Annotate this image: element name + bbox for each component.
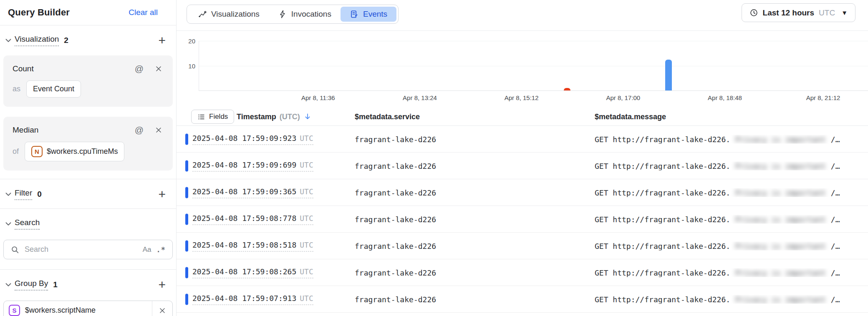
page-title: Query Builder — [8, 7, 70, 18]
group-by-field: $workers.scriptName — [25, 306, 96, 315]
timestamp-cell[interactable]: 2025-04-08 17:59:09:699UTC — [192, 160, 313, 171]
alias-icon[interactable]: @ — [135, 64, 144, 74]
filter-section-header: Filter 0 + — [0, 179, 176, 209]
events-table-body: 2025-04-08 17:59:09:923UTC fragrant-lake… — [177, 126, 868, 313]
remove-visualization-icon[interactable] — [154, 65, 163, 73]
observability-app: Query Builder Clear all Visualization 2 … — [0, 0, 868, 316]
column-header-timestamp[interactable]: Timestamp (UTC) — [237, 113, 312, 121]
tab-visualizations[interactable]: Visualizations — [189, 7, 269, 22]
sort-desc-icon[interactable] — [303, 113, 312, 121]
clear-all-button[interactable]: Clear all — [129, 8, 158, 17]
x-axis-tick: Apr 8, 17:00 — [606, 94, 640, 101]
tab-label: Events — [363, 10, 387, 19]
results-header: Visualizations Invocations Events Last 1… — [177, 0, 868, 31]
gridline — [199, 41, 868, 41]
visualization-section-header: Visualization 2 + — [0, 25, 176, 50]
service-cell: fragrant-lake-d226 — [355, 188, 436, 197]
time-range-dropdown[interactable]: Last 12 hours UTC ▼ — [742, 3, 855, 22]
group-by-row: S $workers.scriptName — [0, 301, 176, 316]
message-cell: GET http://fragrant-lake-d226.Privacy is… — [595, 135, 861, 143]
field-value-box[interactable]: N $workers.cpuTimeMs — [25, 142, 124, 161]
alias-value-box[interactable]: Event Count — [26, 80, 81, 98]
search-input[interactable] — [25, 245, 138, 254]
timestamp-cell[interactable]: 2025-04-08 17:59:08:778UTC — [192, 213, 313, 225]
caret-down-icon: ▼ — [841, 9, 848, 16]
message-cell: GET http://fragrant-lake-d226.Privacy is… — [595, 268, 861, 277]
add-filter-button[interactable]: + — [158, 190, 166, 199]
search-icon — [10, 245, 20, 254]
redacted-text: Privacy is important — [735, 215, 826, 223]
table-row[interactable]: 2025-04-08 17:59:07:913UTC fragrant-lake… — [177, 286, 868, 313]
service-cell: fragrant-lake-d226 — [355, 135, 436, 143]
x-axis-tick: Apr 8, 13:24 — [403, 94, 437, 101]
timestamp-cell[interactable]: 2025-04-08 17:59:07:913UTC — [192, 293, 313, 305]
table-row[interactable]: 2025-04-08 17:59:09:699UTC fragrant-lake… — [177, 153, 868, 179]
chart-plot[interactable]: 2010Apr 8, 11:36Apr 8, 13:24Apr 8, 15:12… — [199, 41, 868, 91]
match-case-icon[interactable]: Aa — [143, 246, 151, 254]
search-row: Aa .* — [0, 240, 176, 270]
line-chart-icon — [198, 10, 207, 19]
timestamp-cell[interactable]: 2025-04-08 17:59:08:518UTC — [192, 240, 313, 251]
ok-events-bar[interactable] — [665, 60, 672, 90]
chevron-down-icon[interactable] — [4, 280, 13, 289]
message-cell: GET http://fragrant-lake-d226.Privacy is… — [595, 295, 861, 303]
row-marker — [185, 293, 188, 305]
add-group-by-button[interactable]: + — [158, 280, 166, 289]
alias-icon[interactable]: @ — [135, 125, 144, 135]
redacted-text: Privacy is important — [735, 161, 826, 170]
group-by-section-label[interactable]: Group By — [15, 279, 48, 291]
table-row[interactable]: 2025-04-08 17:59:09:365UTC fragrant-lake… — [177, 179, 868, 206]
sidebar-header: Query Builder Clear all — [0, 0, 176, 25]
remove-visualization-icon[interactable] — [154, 126, 163, 134]
message-cell: GET http://fragrant-lake-d226.Privacy is… — [595, 188, 861, 197]
fields-button[interactable]: Fields — [191, 110, 234, 124]
chevron-down-icon[interactable] — [4, 36, 13, 45]
x-axis-tick: Apr 8, 18:48 — [708, 94, 742, 101]
column-header-message[interactable]: $metadata.message — [595, 113, 666, 121]
service-cell: fragrant-lake-d226 — [355, 295, 436, 303]
x-axis-tick: Apr 8, 21:12 — [806, 94, 840, 101]
search-section-label[interactable]: Search — [15, 218, 40, 230]
column-header-service[interactable]: $metadata.service — [355, 113, 420, 121]
alias-value: Event Count — [33, 85, 74, 93]
message-cell: GET http://fragrant-lake-d226.Privacy is… — [595, 241, 861, 250]
visualization-card-median: Median @ of N $workers.cpuTimeMs — [3, 117, 173, 171]
visualization-count: 2 — [64, 36, 68, 45]
chevron-down-icon[interactable] — [4, 219, 13, 228]
row-marker — [185, 160, 188, 171]
close-icon — [158, 306, 167, 315]
remove-group-by-button[interactable] — [152, 301, 172, 316]
group-by-section-header: Group By 1 + — [0, 270, 176, 294]
redacted-text: Privacy is important — [735, 295, 826, 303]
timestamp-cell[interactable]: 2025-04-08 17:59:09:365UTC — [192, 187, 313, 198]
tab-label: Invocations — [291, 10, 331, 19]
events-histogram: 2010Apr 8, 11:36Apr 8, 13:24Apr 8, 15:12… — [177, 31, 868, 108]
add-visualization-button[interactable]: + — [158, 36, 166, 45]
table-row[interactable]: 2025-04-08 17:59:08:518UTC fragrant-lake… — [177, 233, 868, 259]
row-marker — [185, 187, 188, 198]
timestamp-cell[interactable]: 2025-04-08 17:59:08:265UTC — [192, 267, 313, 278]
tab-invocations[interactable]: Invocations — [269, 7, 341, 22]
lightning-icon — [278, 10, 287, 19]
x-axis-tick: Apr 8, 15:12 — [505, 94, 539, 101]
redacted-text: Privacy is important — [735, 135, 826, 143]
tab-events[interactable]: Events — [341, 7, 396, 22]
visualization-section-label[interactable]: Visualization — [15, 35, 59, 46]
table-row[interactable]: 2025-04-08 17:59:09:923UTC fragrant-lake… — [177, 126, 868, 153]
chevron-down-icon[interactable] — [4, 190, 13, 199]
regex-icon[interactable]: .* — [156, 246, 166, 254]
x-axis-tick: Apr 8, 11:36 — [301, 94, 335, 101]
message-cell: GET http://fragrant-lake-d226.Privacy is… — [595, 215, 861, 223]
timestamp-cell[interactable]: 2025-04-08 17:59:09:923UTC — [192, 133, 313, 145]
filter-section-label[interactable]: Filter — [15, 188, 32, 200]
search-section-header: Search — [0, 209, 176, 233]
service-cell: fragrant-lake-d226 — [355, 241, 436, 250]
table-row[interactable]: 2025-04-08 17:59:08:778UTC fragrant-lake… — [177, 206, 868, 233]
redacted-text: Privacy is important — [735, 241, 826, 250]
visualization-card-count: Count @ as Event Count — [3, 55, 173, 107]
table-row[interactable]: 2025-04-08 17:59:08:265UTC fragrant-lake… — [177, 259, 868, 286]
error-events-bar[interactable] — [564, 88, 570, 90]
group-by-chip[interactable]: S $workers.scriptName — [3, 301, 173, 316]
row-marker — [185, 213, 188, 225]
visualization-card-title: Median — [13, 125, 38, 135]
